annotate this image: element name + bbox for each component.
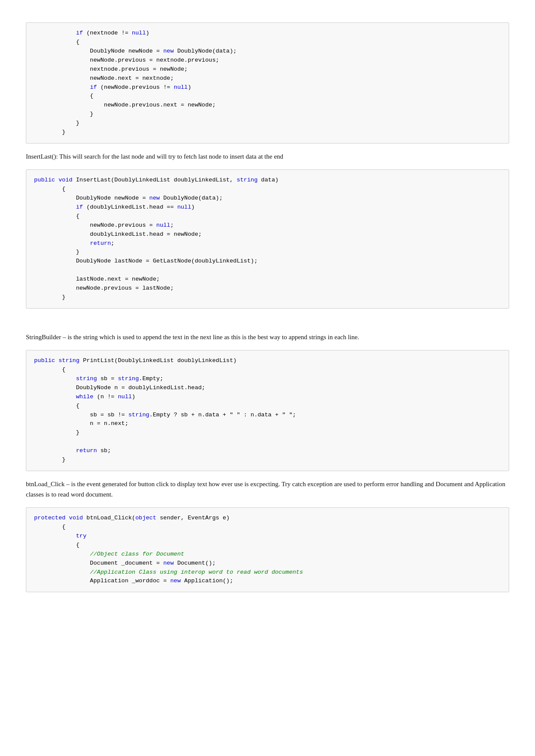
prose-btnload: btnLoad_Click – is the event generated f… [26, 479, 509, 500]
code-block-btnload: protected void btnLoad_Click(object send… [26, 507, 509, 592]
prose-insertlast: InsertLast(): This will search for the l… [26, 151, 509, 162]
prose-stringbuilder: StringBuilder – is the string which is u… [26, 332, 509, 342]
code-block-1: if (nextnode != null) { DoublyNode newNo… [26, 22, 509, 144]
code-block-insertlast: public void InsertLast(DoublyLinkedList … [26, 169, 509, 309]
code-block-printlist: public string PrintList(DoublyLinkedList… [26, 350, 509, 471]
